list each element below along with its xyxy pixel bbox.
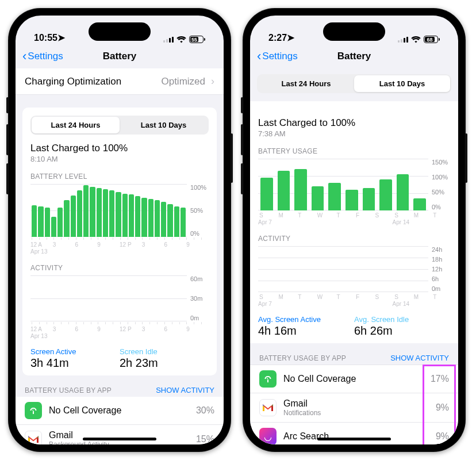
battery-card: Last 24 Hours Last 10 Days Last Charged … bbox=[22, 108, 217, 375]
arc-search-icon: ◡ bbox=[259, 428, 277, 444]
by-app-label: BATTERY USAGE BY APP bbox=[259, 354, 346, 362]
app-subtitle: Background Activity bbox=[49, 440, 189, 444]
nav-bar: ‹ Settings Battery bbox=[16, 45, 224, 68]
home-indicator[interactable] bbox=[317, 438, 391, 440]
screen-active-label: Screen Active bbox=[30, 347, 120, 356]
last-charged-title: Last Charged to 100% bbox=[30, 143, 209, 154]
nav-bar: ‹ Settings Battery bbox=[250, 45, 458, 68]
cell-coverage-icon bbox=[259, 370, 277, 388]
segment-24h[interactable]: Last 24 Hours bbox=[258, 75, 354, 92]
app-percentage: 9% bbox=[436, 431, 449, 442]
app-row[interactable]: GmailBackground Activity15% bbox=[16, 424, 224, 444]
phone-right: 2:27➤ 68 ‹ Settings Battery bbox=[243, 8, 466, 452]
activity-label: ACTIVITY bbox=[30, 264, 209, 272]
app-row[interactable]: GmailNotifications9% bbox=[250, 393, 458, 422]
app-name: Gmail bbox=[283, 398, 429, 409]
battery-icon: 55 bbox=[189, 36, 205, 43]
screen-active-value: 3h 41m bbox=[30, 356, 120, 370]
chevron-right-icon: › bbox=[211, 75, 214, 87]
battery-icon: 68 bbox=[424, 36, 440, 43]
activity-label: ACTIVITY bbox=[258, 235, 450, 243]
time-range-segmented[interactable]: Last 24 Hours Last 10 Days bbox=[30, 116, 209, 135]
show-activity-link[interactable]: SHOW ACTIVITY bbox=[156, 386, 214, 394]
battery-level-label: BATTERY LEVEL bbox=[30, 172, 209, 181]
activity-chart[interactable] bbox=[258, 246, 428, 292]
dynamic-island bbox=[89, 22, 151, 41]
avg-active-label: Avg. Screen Active bbox=[258, 315, 354, 324]
home-indicator[interactable] bbox=[83, 438, 156, 440]
segment-10d[interactable]: Last 10 Days bbox=[354, 75, 450, 92]
battery-usage-label: BATTERY USAGE bbox=[258, 147, 450, 155]
cell-coverage-icon bbox=[25, 402, 42, 419]
app-percentage: 17% bbox=[431, 374, 449, 384]
battery-usage-chart[interactable] bbox=[258, 159, 428, 210]
dynamic-island bbox=[323, 22, 385, 41]
show-activity-link[interactable]: SHOW ACTIVITY bbox=[390, 354, 449, 362]
activity-chart[interactable] bbox=[30, 275, 187, 321]
app-percentage: 15% bbox=[196, 434, 214, 444]
app-percentage: 9% bbox=[436, 402, 449, 413]
time-range-segmented[interactable]: Last 24 Hours Last 10 Days bbox=[257, 74, 451, 93]
screen-idle-value: 2h 23m bbox=[120, 356, 209, 370]
avg-idle-label: Avg. Screen Idle bbox=[354, 315, 450, 324]
cell-signal-icon bbox=[398, 37, 408, 43]
last-charged-title: Last Charged to 100% bbox=[258, 117, 450, 129]
status-time: 2:27➤ bbox=[268, 32, 294, 43]
avg-active-value: 4h 16m bbox=[258, 324, 354, 338]
screen-idle-label: Screen Idle bbox=[120, 347, 209, 356]
gmail-icon bbox=[259, 399, 277, 416]
app-row[interactable]: ◡Arc Search9% bbox=[250, 422, 458, 444]
status-time: 10:55➤ bbox=[34, 32, 65, 43]
last-charged-time: 7:38 AM bbox=[258, 129, 450, 138]
battery-level-chart[interactable] bbox=[30, 184, 187, 237]
app-row[interactable]: No Cell Coverage30% bbox=[16, 397, 224, 424]
app-percentage: 30% bbox=[196, 405, 214, 416]
by-app-label: BATTERY USAGE BY APP bbox=[25, 386, 112, 394]
wifi-icon bbox=[411, 36, 421, 43]
phone-left: 10:55➤ 55 ‹ Settings Battery bbox=[8, 8, 231, 452]
gmail-icon bbox=[25, 431, 42, 444]
screen-right: 2:27➤ 68 ‹ Settings Battery bbox=[250, 16, 458, 444]
screen-left: 10:55➤ 55 ‹ Settings Battery bbox=[16, 16, 224, 444]
segment-24h[interactable]: Last 24 Hours bbox=[32, 117, 120, 133]
app-usage-list: No Cell Coverage17%GmailNotifications9%◡… bbox=[250, 365, 458, 444]
app-row[interactable]: No Cell Coverage17% bbox=[250, 365, 458, 393]
page-title: Battery bbox=[16, 51, 224, 62]
app-subtitle: Notifications bbox=[283, 409, 429, 417]
avg-idle-value: 6h 26m bbox=[354, 324, 450, 338]
app-name: No Cell Coverage bbox=[49, 405, 189, 416]
segment-10d[interactable]: Last 10 Days bbox=[120, 117, 208, 133]
page-title: Battery bbox=[250, 51, 458, 62]
app-name: No Cell Coverage bbox=[283, 374, 424, 384]
wifi-icon bbox=[176, 36, 186, 43]
charging-optimization-row[interactable]: Charging Optimization Optimized › bbox=[16, 68, 224, 95]
cell-signal-icon bbox=[163, 37, 174, 43]
last-charged-time: 8:10 AM bbox=[30, 155, 209, 163]
